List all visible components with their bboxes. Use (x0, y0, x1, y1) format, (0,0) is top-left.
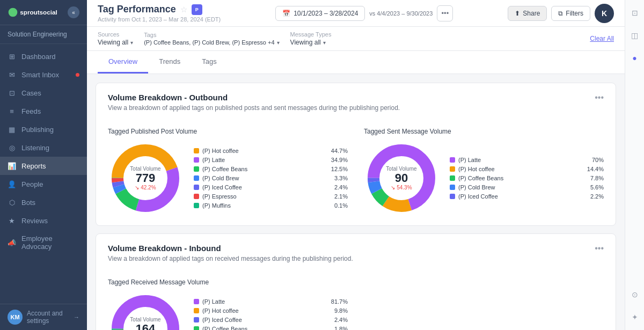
legend-item: (P) Iced Coffee 2.4% (194, 317, 348, 323)
message-types-dropdown[interactable]: Viewing all ▾ (290, 39, 332, 46)
people-icon: 👤 (8, 180, 16, 188)
sidebar-item-reviews[interactable]: ★ Reviews (0, 211, 87, 230)
card-more-button[interactable]: ••• (595, 244, 604, 253)
bots-icon: ⬡ (8, 198, 16, 207)
sidebar-item-bots[interactable]: ⬡ Bots (0, 193, 87, 211)
sources-dropdown[interactable]: Viewing all ▾ (98, 39, 133, 46)
calendar-icon: 📅 (282, 10, 290, 17)
message-types-label: Message Types (290, 31, 332, 38)
right-panel: ⊡ ◫ ● ⊙ ✦ (625, 0, 644, 330)
sidebar-item-reports[interactable]: 📊 Reports (0, 157, 87, 175)
sidebar: sproutsocial « Solution Engineering ⊞ Da… (0, 0, 87, 330)
sidebar-item-people[interactable]: 👤 People (0, 175, 87, 193)
legend-percent: 2.2% (584, 193, 604, 200)
legend-percent: 2.1% (328, 193, 348, 200)
legend-dot (450, 166, 455, 172)
right-icon-5[interactable]: ✦ (627, 310, 642, 325)
legend-label: (P) Iced Coffee (202, 184, 325, 190)
legend-label: (P) Latte (202, 157, 325, 163)
card-more-button[interactable]: ••• (595, 93, 604, 102)
header-actions: ⬆ Share ⧉ Filters K (508, 4, 614, 23)
page-header: Tag Performance ☆ P Activity from Oct 1,… (87, 0, 625, 27)
sent-section-title: Tagged Sent Message Volume (364, 128, 604, 135)
sidebar-item-feeds[interactable]: ≡ Feeds (0, 102, 87, 120)
header-date-controls: 📅 10/1/2023 – 3/28/2024 vs 4/4/2023 – 9/… (275, 5, 453, 21)
legend-item: (P) Hot coffee 44.7% (194, 148, 348, 154)
inbox-icon: ✉ (8, 70, 16, 79)
tabs-bar: Overview Trends Tags (87, 51, 625, 74)
legend-label: (P) Cold Brew (458, 184, 581, 190)
sidebar-item-smart-inbox[interactable]: ✉ Smart Inbox (0, 65, 87, 84)
legend-label: (P) Coffee Beans (202, 326, 325, 330)
legend-item: (P) Hot coffee 14.4% (450, 166, 604, 172)
legend-dot (450, 194, 455, 199)
legend-dot (450, 175, 455, 181)
sidebar-collapse-button[interactable]: « (68, 6, 79, 18)
sidebar-item-cases[interactable]: ⊡ Cases (0, 84, 87, 102)
sidebar-item-dashboard[interactable]: ⊞ Dashboard (0, 47, 87, 65)
tab-overview[interactable]: Overview (98, 51, 148, 74)
tab-tags[interactable]: Tags (191, 51, 227, 74)
sidebar-item-listening[interactable]: ◎ Listening (0, 138, 87, 157)
legend-percent: 0.1% (328, 202, 348, 209)
right-icon-3[interactable]: ● (627, 50, 642, 65)
filters-button[interactable]: ⧉ Filters (551, 6, 590, 21)
legend-item: (P) Cold Brew 5.6% (450, 184, 604, 190)
favorite-icon[interactable]: ☆ (180, 5, 187, 14)
legend-dot (194, 203, 199, 208)
received-section-title: Tagged Received Message Volume (108, 278, 348, 286)
inbound-charts: Tagged Received Message Volume Total Vol… (108, 278, 604, 330)
legend-item: (P) Latte 70% (450, 157, 604, 163)
vs-label: vs 4/4/2023 – 9/30/2023 (369, 10, 433, 17)
sources-label: Sources (98, 31, 133, 38)
legend-dot (194, 317, 199, 322)
chevron-down-icon: ▾ (323, 40, 326, 46)
legend-percent: 5.6% (584, 184, 604, 190)
outbound-title: Volume Breakdown - Outbound (108, 93, 400, 102)
calendar-icon: ▦ (8, 125, 16, 134)
legend-percent: 14.4% (584, 166, 604, 172)
share-icon: ⬆ (515, 10, 520, 17)
legend-dot (194, 157, 199, 163)
legend-item: (P) Coffee Beans 7.8% (450, 175, 604, 181)
legend-dot (194, 299, 199, 304)
placeholder-section (364, 278, 604, 330)
outbound-card: Volume Breakdown - Outbound View a break… (96, 83, 616, 226)
sent-legend: (P) Latte 70% (P) Hot coffee 14.4% (P) C… (450, 157, 604, 200)
inbound-card: Volume Breakdown - Inbound View a breakd… (96, 233, 616, 330)
date-range-picker[interactable]: 📅 10/1/2023 – 3/28/2024 (275, 6, 365, 21)
svg-text:sproutsocial: sproutsocial (20, 9, 57, 16)
inbound-subtitle: View a breakdown of applied tags on rece… (108, 255, 353, 262)
right-icon-4[interactable]: ⊙ (627, 287, 642, 302)
page-subtitle: Activity from Oct 1, 2023 – Mar 28, 2024… (98, 16, 221, 23)
tags-dropdown[interactable]: (P) Coffee Beans, (P) Cold Brew, (P) Esp… (144, 39, 279, 46)
share-button[interactable]: ⬆ Share (508, 6, 547, 21)
sidebar-footer[interactable]: KM Account and settings → (0, 304, 87, 330)
main-scroll-area: Volume Breakdown - Outbound View a break… (87, 74, 625, 330)
legend-percent: 9.8% (328, 307, 348, 314)
right-icon-2[interactable]: ◫ (627, 28, 642, 43)
sent-donut-chart: Total Volume 90 ↘ 54.3% (364, 141, 439, 216)
tab-trends[interactable]: Trends (148, 51, 191, 74)
received-donut-chart: Total Volume 164 ↘ 57.4% (108, 291, 183, 330)
legend-dot (194, 166, 199, 172)
legend-percent: 2.4% (328, 317, 348, 323)
sidebar-item-employee-advocacy[interactable]: 📣 Employee Advocacy (0, 230, 87, 255)
received-legend: (P) Latte 81.7% (P) Hot coffee 9.8% (P) … (194, 298, 348, 330)
legend-dot (194, 185, 199, 190)
legend-item: (P) Coffee Beans 12.5% (194, 166, 348, 172)
more-options-button[interactable]: ••• (437, 5, 453, 21)
legend-percent: 44.7% (328, 148, 348, 154)
right-icon-1[interactable]: ⊡ (627, 5, 642, 20)
legend-item: (P) Cold Brew 3.3% (194, 175, 348, 181)
date-range-value: 10/1/2023 – 3/28/2024 (294, 10, 358, 17)
tags-value: (P) Coffee Beans, (P) Cold Brew, (P) Esp… (144, 39, 274, 46)
sidebar-item-publishing[interactable]: ▦ Publishing (0, 120, 87, 138)
legend-dot (194, 148, 199, 153)
legend-label: (P) Cold Brew (202, 175, 325, 181)
clear-all-button[interactable]: Clear All (590, 35, 614, 42)
legend-label: (P) Hot coffee (202, 148, 325, 154)
reviews-icon: ★ (8, 216, 16, 225)
listening-icon: ◎ (8, 143, 16, 152)
user-avatar[interactable]: K (595, 4, 614, 23)
